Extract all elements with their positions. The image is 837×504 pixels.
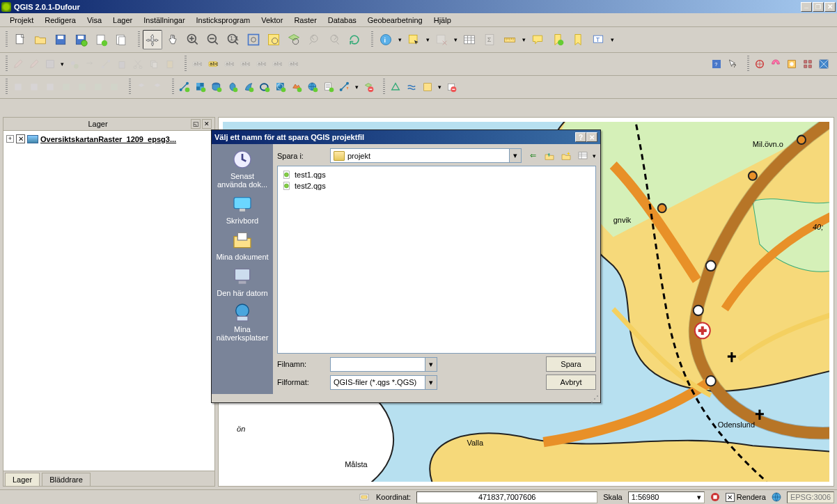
deselect-dropdown[interactable]: ▾ <box>452 36 459 43</box>
layer-tool-1-icon[interactable] <box>10 79 26 95</box>
filename-input[interactable]: ▾ <box>330 357 437 372</box>
annotation-dropdown[interactable]: ▾ <box>609 36 616 43</box>
menu-lager[interactable]: Lager <box>107 15 138 26</box>
menu-raster[interactable]: Raster <box>288 15 322 26</box>
save-project-button[interactable] <box>51 30 70 49</box>
crs-button[interactable] <box>770 491 783 503</box>
panel-undock-button[interactable]: ◱ <box>191 119 201 129</box>
label-abc-3-icon[interactable]: abc <box>237 56 253 72</box>
measure-button[interactable] <box>500 30 519 49</box>
look-in-combo[interactable]: projekt ▾ <box>330 148 522 163</box>
toggle-extents-button[interactable] <box>358 491 370 503</box>
add-mssql-icon[interactable] <box>241 79 256 95</box>
measure-dropdown[interactable]: ▾ <box>520 36 527 43</box>
tab-layers[interactable]: Lager <box>5 473 40 486</box>
field-calc-button[interactable]: Σ <box>480 30 499 49</box>
plugin-4-icon[interactable] <box>800 56 815 72</box>
plugin-5-icon[interactable] <box>816 56 831 72</box>
label-abc-2-icon[interactable]: abc <box>221 56 237 72</box>
cut-icon[interactable] <box>130 56 146 72</box>
identify-dropdown[interactable]: ▾ <box>396 36 403 43</box>
resize-grip-icon[interactable]: ⋰ <box>212 394 600 402</box>
place-desktop[interactable]: Skrivbord <box>214 193 270 225</box>
file-item[interactable]: test1.qgs <box>281 169 593 180</box>
menu-insticksprogram[interactable]: Insticksprogram <box>191 15 256 26</box>
up-button[interactable] <box>542 149 556 163</box>
add-spatialite-icon[interactable] <box>225 79 240 95</box>
delete-feature-icon[interactable] <box>114 56 130 72</box>
zoom-layer-button[interactable] <box>284 30 304 49</box>
menu-geobearbetning[interactable]: Geobearbetning <box>362 15 428 26</box>
move-feature-icon[interactable] <box>82 56 97 72</box>
select-button[interactable] <box>404 30 423 49</box>
menu-inställningar[interactable]: Inställningar <box>138 15 190 26</box>
maximize-button[interactable] <box>813 2 824 12</box>
dialog-help-button[interactable]: ? <box>575 132 586 142</box>
layer-tree[interactable]: + ✕ OversiktskartanRaster_1209_epsg3... <box>3 131 214 471</box>
dialog-titlebar[interactable]: Välj ett namn för att spara QGIS projekt… <box>212 130 600 144</box>
select-dropdown[interactable]: ▾ <box>424 36 431 43</box>
zoom-selection-button[interactable] <box>264 30 283 49</box>
layer-tool-8-icon[interactable] <box>134 79 149 95</box>
zoom-in-button[interactable] <box>183 30 203 49</box>
label-abc-6-icon[interactable]: abc <box>285 56 301 72</box>
copy-icon[interactable] <box>146 56 162 72</box>
identify-button[interactable]: i <box>376 30 396 49</box>
open-project-button[interactable] <box>31 30 50 49</box>
new-shapefile-icon[interactable] <box>337 79 352 95</box>
dropdown-arrow-icon[interactable]: ▾ <box>425 376 437 389</box>
menu-projekt[interactable]: Projekt <box>4 15 39 26</box>
place-mydocs[interactable]: Mina dokument <box>214 229 270 261</box>
new-composer-button[interactable] <box>91 30 111 49</box>
save-as-button[interactable] <box>71 30 91 49</box>
maptips-button[interactable] <box>528 30 547 49</box>
tool-delete-icon[interactable] <box>444 79 459 95</box>
cancel-button[interactable]: Avbryt <box>546 375 596 390</box>
open-table-button[interactable] <box>460 30 479 49</box>
menu-hjälp[interactable]: Hjälp <box>428 15 457 26</box>
file-list[interactable]: test1.qgstest2.qgs <box>277 166 596 354</box>
layer-tool-9-icon[interactable] <box>150 79 165 95</box>
label-abc-1-icon[interactable]: abc <box>189 56 205 72</box>
text-annotation-button[interactable]: T <box>588 30 608 49</box>
bookmark-new-button[interactable] <box>548 30 568 49</box>
layer-item[interactable]: + ✕ OversiktskartanRaster_1209_epsg3... <box>6 134 212 144</box>
grass-tool-2-icon[interactable] <box>404 79 419 95</box>
coord-field[interactable]: 471837,7007606 <box>416 491 597 503</box>
menu-vektor[interactable]: Vektor <box>256 15 288 26</box>
zoom-native-button[interactable]: 1:1 <box>224 30 243 49</box>
grass-tool-3-icon[interactable] <box>420 79 435 95</box>
back-button[interactable]: ⇐ <box>526 149 540 163</box>
layer-tool-5-icon[interactable] <box>75 79 90 95</box>
menu-redigera[interactable]: Redigera <box>39 15 81 26</box>
pan-selection-button[interactable] <box>163 30 182 49</box>
menu-databas[interactable]: Databas <box>322 15 362 26</box>
edit-pencil-icon[interactable] <box>10 56 26 72</box>
save-edits-icon[interactable] <box>42 56 58 72</box>
plugin-1-icon[interactable] <box>752 56 767 72</box>
node-tool-icon[interactable] <box>98 56 114 72</box>
paste-icon[interactable] <box>162 56 178 72</box>
zoom-last-button[interactable] <box>304 30 324 49</box>
label-abc-4-icon[interactable]: abc <box>253 56 269 72</box>
panel-close-button[interactable]: ✕ <box>202 119 212 129</box>
view-menu-button[interactable] <box>576 149 590 163</box>
menu-visa[interactable]: Visa <box>81 15 107 26</box>
layer-tool-6-icon[interactable] <box>91 79 106 95</box>
label-abc-5-icon[interactable]: abc <box>269 56 285 72</box>
whats-this-button[interactable]: ? <box>725 56 740 72</box>
add-vector-icon[interactable] <box>177 79 192 95</box>
minimize-button[interactable] <box>801 2 812 12</box>
add-wms-icon[interactable] <box>273 79 288 95</box>
add-wfs-icon[interactable] <box>305 79 320 95</box>
stop-render-button[interactable] <box>709 491 721 503</box>
expand-icon[interactable]: + <box>6 135 14 143</box>
new-project-button[interactable] <box>10 30 30 49</box>
help-button[interactable]: ? <box>709 56 724 72</box>
dialog-close-button[interactable] <box>586 132 597 142</box>
bookmarks-button[interactable] <box>568 30 588 49</box>
scale-field[interactable]: 1:56980▾ <box>628 491 705 503</box>
add-raster-icon[interactable] <box>193 79 208 95</box>
remove-layer-icon[interactable] <box>361 79 376 95</box>
refresh-button[interactable] <box>345 30 364 49</box>
